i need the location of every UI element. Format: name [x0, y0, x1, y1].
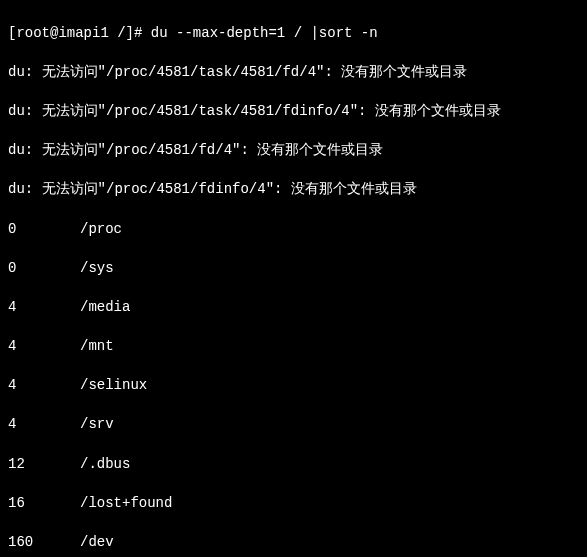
size-value: 12	[8, 455, 80, 475]
command-prompt-line: [root@imapi1 /]# du --max-depth=1 / |sor…	[8, 24, 579, 44]
du-row: 160/dev	[8, 533, 579, 553]
du-row: 4/mnt	[8, 337, 579, 357]
error-line: du: 无法访问"/proc/4581/task/4581/fdinfo/4":…	[8, 102, 579, 122]
du-row: 0/sys	[8, 259, 579, 279]
du-row: 12/.dbus	[8, 455, 579, 475]
error-line: du: 无法访问"/proc/4581/task/4581/fd/4": 没有那…	[8, 63, 579, 83]
path-value: /proc	[80, 220, 122, 240]
size-value: 0	[8, 220, 80, 240]
du-row: 4/srv	[8, 415, 579, 435]
path-value: /sys	[80, 259, 114, 279]
size-value: 4	[8, 337, 80, 357]
error-line: du: 无法访问"/proc/4581/fdinfo/4": 没有那个文件或目录	[8, 180, 579, 200]
size-value: 4	[8, 298, 80, 318]
du-row: 4/selinux	[8, 376, 579, 396]
size-value: 0	[8, 259, 80, 279]
du-row: 16/lost+found	[8, 494, 579, 514]
error-line: du: 无法访问"/proc/4581/fd/4": 没有那个文件或目录	[8, 141, 579, 161]
du-row: 0/proc	[8, 220, 579, 240]
size-value: 4	[8, 376, 80, 396]
size-value: 160	[8, 533, 80, 553]
path-value: /selinux	[80, 376, 147, 396]
path-value: /srv	[80, 415, 114, 435]
du-row: 4/media	[8, 298, 579, 318]
terminal-output: [root@imapi1 /]# du --max-depth=1 / |sor…	[8, 4, 579, 557]
size-value: 16	[8, 494, 80, 514]
size-value: 4	[8, 415, 80, 435]
path-value: /.dbus	[80, 455, 130, 475]
path-value: /mnt	[80, 337, 114, 357]
path-value: /media	[80, 298, 130, 318]
command-text: du --max-depth=1 / |sort -n	[151, 25, 378, 41]
path-value: /dev	[80, 533, 114, 553]
prompt-prefix: [root@imapi1 /]#	[8, 25, 142, 41]
path-value: /lost+found	[80, 494, 172, 514]
